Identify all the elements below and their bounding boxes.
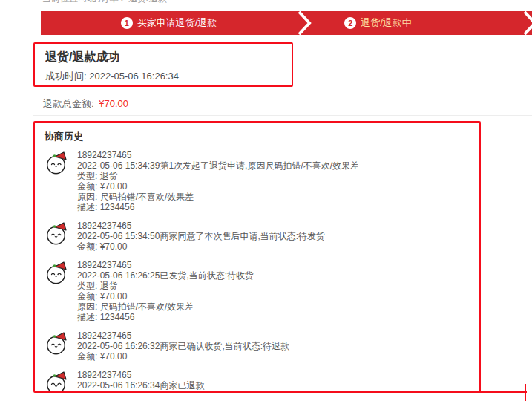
step-label: 买家申请退货/退款 xyxy=(137,16,217,30)
history-entry: 18924237465 2022-05-06 16:26:25已发货,当前状态:… xyxy=(45,260,473,322)
breadcrumb[interactable]: 当前位置: 我的订单 > 退货/退款 xyxy=(42,0,280,5)
history-entry-line: 金额: ¥70.00 xyxy=(77,181,359,192)
santa-avatar-icon xyxy=(45,260,70,285)
refund-status-box: 退货/退款成功 成功时间: 2022-05-06 16:26:34 xyxy=(33,42,293,87)
refund-total-label: 退款总金额: xyxy=(43,98,94,109)
step-label: 退货/退款中 xyxy=(361,16,412,30)
step-refund-in-progress: 2 退货/退款中 xyxy=(272,11,484,35)
refund-status-title: 退货/退款成功 xyxy=(45,50,281,65)
annotation-stroke xyxy=(479,391,527,393)
history-entry-line: 2022-05-06 16:26:32商家已确认收货,当前状态:待退款 xyxy=(77,341,289,351)
history-entry-line: 2022-05-06 16:26:25已发货,当前状态:待收货 xyxy=(77,270,254,281)
history-entry-username: 18924237465 xyxy=(77,260,254,270)
annotation-stroke xyxy=(525,384,526,401)
refund-success-time: 成功时间: 2022-05-06 16:26:34 xyxy=(45,70,281,83)
history-entry-line: 金额: ¥70.00 xyxy=(77,241,325,252)
santa-avatar-icon xyxy=(45,150,70,175)
history-entry-line: 原因: 尺码拍错/不喜欢/效果差 xyxy=(77,301,254,312)
step-buyer-apply: 1 买家申请退货/退款 xyxy=(41,11,297,35)
history-entry-username: 18924237465 xyxy=(77,150,359,160)
history-entry-username: 18924237465 xyxy=(77,221,325,231)
history-entry-text: 18924237465 2022-05-06 15:34:39第1次发起了退货申… xyxy=(77,150,359,212)
refund-total-amount: ¥70.00 xyxy=(99,98,128,109)
history-entry: 18924237465 2022-05-06 15:34:39第1次发起了退货申… xyxy=(45,150,473,212)
history-entry-line: 金额: ¥70.00 xyxy=(77,291,254,301)
history-entry-text: 18924237465 2022-05-06 15:34:50商家同意了本次售后… xyxy=(77,221,325,252)
history-entry-text: 18924237465 2022-05-06 16:26:25已发货,当前状态:… xyxy=(77,260,254,322)
history-entry-line: 2022-05-06 15:34:50商家同意了本次售后申请,当前状态:待发货 xyxy=(77,231,325,241)
progress-stepper: 1 买家申请退货/退款 2 退货/退款中 xyxy=(41,11,532,35)
section-divider xyxy=(33,115,532,116)
history-entry-text: 18924237465 2022-05-06 16:26:32商家已确认收货,当… xyxy=(77,330,289,362)
history-entry-username: 18924237465 xyxy=(77,330,289,341)
history-entry: 18924237465 2022-05-06 16:26:34商家已退款金额: … xyxy=(45,370,473,393)
history-entry-list: 18924237465 2022-05-06 15:34:39第1次发起了退货申… xyxy=(45,150,473,393)
history-entry-line: 类型: 退货 xyxy=(77,281,254,291)
step-number-badge: 2 xyxy=(344,17,356,29)
history-entry-line: 类型: 退货 xyxy=(77,171,359,181)
history-entry-line: 描述: 1234456 xyxy=(77,312,254,322)
history-entry-username: 18924237465 xyxy=(77,370,204,380)
history-entry-line: 原因: 尺码拍错/不喜欢/效果差 xyxy=(77,192,359,202)
history-entry-line: 描述: 1234456 xyxy=(77,202,359,212)
step-number-badge: 1 xyxy=(121,17,133,29)
history-entry-line: 2022-05-06 16:26:34商家已退款 xyxy=(77,380,204,391)
santa-avatar-icon xyxy=(45,370,70,393)
refund-total-row: 退款总金额: ¥70.00 xyxy=(43,97,128,111)
history-entry-text: 18924237465 2022-05-06 16:26:34商家已退款金额: … xyxy=(77,370,204,393)
breadcrumb-text[interactable]: 当前位置: 我的订单 > 退货/退款 xyxy=(42,0,280,4)
negotiation-history-box: 协商历史 18924237465 2022-05-06 15:34:39第1次发… xyxy=(33,121,481,393)
history-entry: 18924237465 2022-05-06 15:34:50商家同意了本次售后… xyxy=(45,221,473,252)
history-entry: 18924237465 2022-05-06 16:26:32商家已确认收货,当… xyxy=(45,330,473,362)
history-entry-line: 2022-05-06 15:34:39第1次发起了退货申请,原因尺码拍错/不喜欢… xyxy=(77,160,359,171)
santa-avatar-icon xyxy=(45,330,70,356)
history-entry-line: 金额: ¥70.00 xyxy=(77,351,289,362)
history-entry-line: 金额: ¥70.00 xyxy=(77,391,204,393)
negotiation-history-title: 协商历史 xyxy=(45,130,473,143)
chevron-right-icon xyxy=(522,11,532,35)
santa-avatar-icon xyxy=(45,221,70,246)
